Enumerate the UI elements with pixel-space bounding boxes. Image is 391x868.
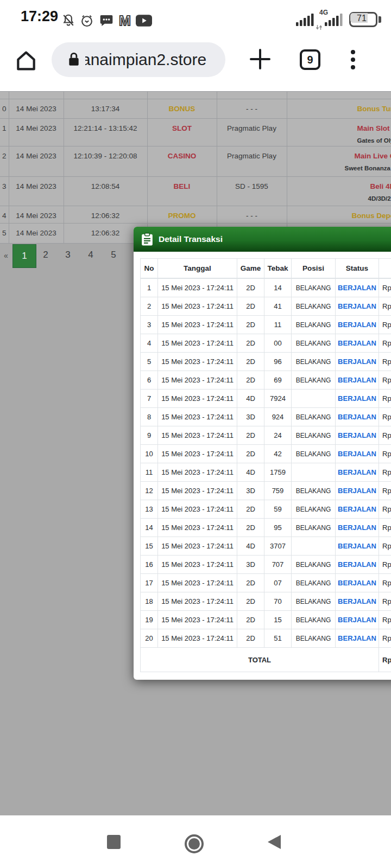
url-text: anaimpian2.store: [85, 42, 220, 77]
table-row-partial: [0, 92, 391, 99]
new-tab-button[interactable]: [249, 48, 272, 71]
nav-home-button[interactable]: [185, 834, 204, 853]
pagination-page-1[interactable]: 1: [12, 244, 36, 268]
modal-table-row: 1415 Mei 2023 - 17:24:112D95BELAKANGBERJ…: [141, 519, 391, 537]
cell-game: 2D: [237, 574, 264, 592]
cell-tebak: 96: [264, 353, 292, 371]
cell-posisi: BELAKANG: [292, 611, 336, 629]
cell-tanggal: 15 Mei 2023 - 17:24:11: [158, 629, 237, 648]
modal-table-row: 615 Mei 2023 - 17:24:112D69BELAKANGBERJA…: [141, 371, 391, 390]
cell-no: 8: [141, 408, 158, 426]
cell-no: 14: [141, 519, 158, 537]
tab-switcher-button[interactable]: 9: [300, 49, 320, 70]
battery-icon: 71: [349, 12, 382, 27]
cell-no: 17: [141, 574, 158, 592]
cell-taruhan: Rp: [379, 426, 391, 445]
table-row: 414 Mei 202312:06:32PROMO- - -Bonus Depo: [0, 206, 391, 224]
provider-text: Pragmatic Play: [217, 146, 287, 162]
row-number-text: 4: [0, 206, 9, 221]
menu-button[interactable]: [348, 49, 358, 71]
cell-tanggal: 15 Mei 2023 - 17:24:11: [158, 445, 237, 463]
type-text: BELI: [148, 177, 217, 192]
cell-date: 14 Mei 2023: [9, 119, 64, 146]
cell-tebak: 14: [264, 278, 292, 297]
pagination-page-2[interactable]: 2: [41, 250, 51, 260]
cell-posisi: BELAKANG: [292, 445, 336, 463]
cell-no: 13: [141, 500, 158, 519]
cell-empty: [287, 92, 391, 99]
url-bar[interactable]: anaimpian2.store: [52, 42, 225, 77]
svg-text:M: M: [119, 12, 131, 29]
cell-time: 12:21:14 - 13:15:42: [64, 119, 147, 146]
cell-posisi: [292, 537, 336, 556]
cell-tebak: 759: [264, 482, 292, 500]
cell-row-number: 0: [0, 99, 9, 119]
cell-tanggal: 15 Mei 2023 - 17:24:11: [158, 278, 237, 297]
cell-tebak: 15: [264, 611, 292, 629]
cell-posisi: BELAKANG: [292, 482, 336, 500]
cell-game: 2D: [237, 592, 264, 611]
cell-no: 2: [141, 297, 158, 316]
table-row: 314 Mei 202312:08:54BELISD - 1595Beli 4D…: [0, 177, 391, 206]
cell-no: 11: [141, 463, 158, 482]
cell-no: 9: [141, 426, 158, 445]
battery-percent: 71: [349, 13, 374, 23]
cell-tebak: 1759: [264, 463, 292, 482]
pagination-prev[interactable]: «: [1, 251, 11, 260]
cell-posisi: BELAKANG: [292, 278, 336, 297]
column-header-no: No: [141, 259, 158, 279]
cell-tebak: 69: [264, 371, 292, 390]
cell-row-number: 2: [0, 146, 9, 177]
cell-provider: - - -: [217, 206, 287, 224]
modal-table-row: 2015 Mei 2023 - 17:24:112D51BELAKANGBERJ…: [141, 629, 391, 648]
signal-strength-2-icon: [325, 12, 344, 28]
cell-tanggal: 15 Mei 2023 - 17:24:11: [158, 297, 237, 316]
cell-taruhan: Rp: [379, 463, 391, 482]
cell-tanggal: 15 Mei 2023 - 17:24:11: [158, 408, 237, 426]
recents-button[interactable]: [107, 835, 121, 849]
cell-taruhan: Rp: [379, 592, 391, 611]
cell-tanggal: 15 Mei 2023 - 17:24:11: [158, 574, 237, 592]
cell-provider: SD - 1595: [217, 177, 287, 206]
cell-taruhan: Rp: [379, 611, 391, 629]
cell-game: 2D: [237, 353, 264, 371]
cell-taruhan: Rp: [379, 519, 391, 537]
pagination-page-4[interactable]: 4: [86, 250, 96, 260]
cell-taruhan: Rp: [379, 297, 391, 316]
modal-table-row: 315 Mei 2023 - 17:24:112D11BELAKANGBERJA…: [141, 316, 391, 334]
description-text: Main Slot G: [287, 119, 391, 134]
cell-game: 4D: [237, 537, 264, 556]
cell-tanggal: 15 Mei 2023 - 17:24:11: [158, 426, 237, 445]
modal-table-row: 915 Mei 2023 - 17:24:112D24BELAKANGBERJA…: [141, 426, 391, 445]
description-text: Main Live C: [287, 146, 391, 162]
cell-taruhan: Rp: [379, 353, 391, 371]
modal-table-row: 1615 Mei 2023 - 17:24:113D707BELAKANGBER…: [141, 556, 391, 574]
cell-posisi: BELAKANG: [292, 574, 336, 592]
row-number-text: 2: [0, 146, 9, 162]
cell-posisi: BELAKANG: [292, 500, 336, 519]
cell-game: 2D: [237, 316, 264, 334]
date-text: 14 Mei 2023: [9, 224, 64, 239]
cell-description: Bonus Depo: [287, 206, 391, 224]
modal-table-row: 1515 Mei 2023 - 17:24:114D3707BERJALANRp: [141, 537, 391, 556]
home-button[interactable]: [14, 49, 38, 73]
back-button[interactable]: [268, 835, 281, 849]
cell-tebak: 924: [264, 408, 292, 426]
pagination-page-3[interactable]: 3: [63, 250, 73, 260]
time-text: 12:10:39 - 12:20:08: [64, 146, 147, 162]
table-row: 114 Mei 202312:21:14 - 13:15:42SLOTPragm…: [0, 119, 391, 146]
pagination-page-5[interactable]: 5: [109, 250, 118, 260]
cell-row-number: 1: [0, 119, 9, 146]
cell-row-number: 3: [0, 177, 9, 206]
cell-posisi: [292, 390, 336, 408]
cell-provider: - - -: [217, 99, 287, 119]
clock-time: 17:29: [21, 8, 58, 25]
date-text: 14 Mei 2023: [9, 206, 64, 221]
modal-table-row: 1815 Mei 2023 - 17:24:112D70BELAKANGBERJ…: [141, 592, 391, 611]
description-subtext: Sweet Bonanza C: [287, 164, 391, 172]
date-text: 14 Mei 2023: [9, 177, 64, 192]
date-text: 14 Mei 2023: [9, 99, 64, 114]
cell-game: 3D: [237, 482, 264, 500]
cell-tebak: 3707: [264, 537, 292, 556]
cell-type: BELI: [147, 177, 217, 206]
